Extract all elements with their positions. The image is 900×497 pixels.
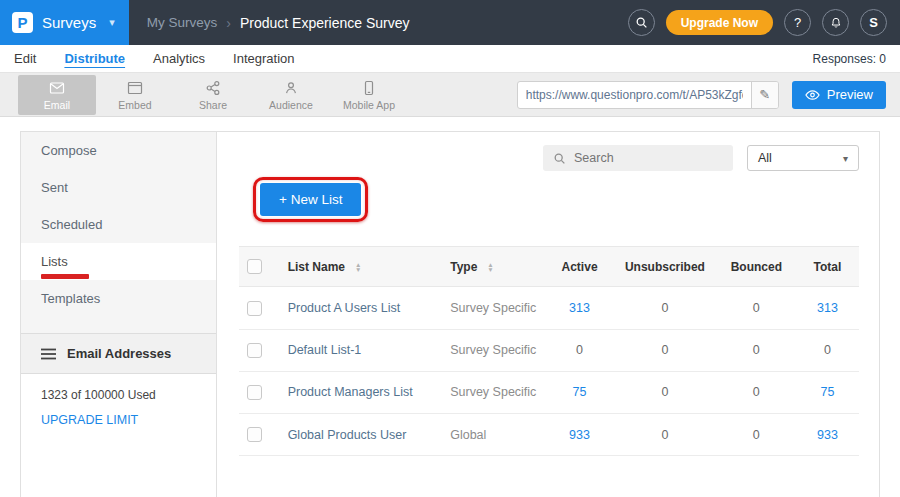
breadcrumb: My Surveys › Product Experience Survey [147,15,410,31]
menu-icon [41,348,56,360]
list-type: Survey Specific [442,329,546,371]
bounced-count: 0 [717,413,796,455]
sidebar-item-label: Sent [41,180,68,195]
active-count-link[interactable]: 933 [546,413,613,455]
unsubscribed-count: 0 [613,413,717,455]
edit-url-button[interactable]: ✎ [751,82,778,108]
unsubscribed-count: 0 [613,287,717,329]
row-checkbox[interactable] [247,301,262,316]
email-addresses-header: Email Addresses [21,333,216,374]
header-actions: Upgrade Now ? S [628,9,900,36]
tool-mobile-app-label: Mobile App [343,99,395,111]
email-addresses-title: Email Addresses [67,346,171,361]
page-title: Product Experience Survey [240,15,410,31]
table-header-row: List Name▲▼ Type▲▼ Active Unsubscribed B… [239,247,859,287]
sidebar-item-label: Lists [41,254,68,269]
row-checkbox-cell [239,413,280,455]
bounced-count: 0 [717,287,796,329]
sidebar-item-label: Templates [41,291,100,306]
list-name-link[interactable]: Global Products User [280,413,443,455]
active-count-link[interactable]: 75 [546,371,613,413]
column-header-list-name[interactable]: List Name▲▼ [280,247,443,287]
tool-share[interactable]: Share [174,75,252,115]
list-type: Survey Specific [442,371,546,413]
row-checkbox[interactable] [247,385,262,400]
column-header-total: Total [796,247,859,287]
app-switcher[interactable]: P Surveys ▾ [0,0,129,45]
audience-icon [282,80,300,96]
tab-analytics[interactable]: Analytics [153,51,205,66]
tool-audience-label: Audience [269,99,313,111]
header-checkbox-cell [239,247,280,287]
search-icon [635,16,648,29]
table-row: Default List-1 Survey Specific 0 0 0 0 [239,329,859,371]
survey-url-group: ✎ [517,81,779,109]
sidebar-bottom: 1323 of 100000 Used UPGRADE LIMIT [21,374,216,497]
avatar[interactable]: S [860,9,887,36]
row-checkbox[interactable] [247,343,262,358]
table-row: Product A Users List Survey Specific 313… [239,287,859,329]
notifications-button[interactable] [822,9,849,36]
sidebar-item-lists[interactable]: Lists [21,243,216,280]
header-search-button[interactable] [628,9,655,36]
help-button[interactable]: ? [784,9,811,36]
tool-mobile-app[interactable]: Mobile App [330,75,408,115]
sidebar-item-templates[interactable]: Templates [21,280,216,317]
tool-audience[interactable]: Audience [252,75,330,115]
tab-edit[interactable]: Edit [14,51,36,66]
total-count-link[interactable]: 313 [796,287,859,329]
upgrade-now-button[interactable]: Upgrade Now [666,10,773,35]
search-row: All ▾ [239,145,859,171]
bounced-count: 0 [717,371,796,413]
tab-integration[interactable]: Integration [233,51,294,66]
tool-email-label: Email [44,99,70,111]
column-header-type[interactable]: Type▲▼ [442,247,546,287]
upgrade-limit-link[interactable]: UPGRADE LIMIT [41,413,138,427]
lists-panel: All ▾ + New List List Name▲▼ [217,132,879,497]
sidebar-item-compose[interactable]: Compose [21,132,216,169]
column-header-unsubscribed: Unsubscribed [613,247,717,287]
list-type: Survey Specific [442,287,546,329]
total-count-link[interactable]: 933 [796,413,859,455]
tool-embed-label: Embed [118,99,151,111]
product-name: Surveys [42,14,96,31]
sidebar-item-label: Compose [41,143,97,158]
toolbar-right: ✎ Preview [517,81,886,109]
preview-label: Preview [827,87,873,102]
row-checkbox[interactable] [247,427,262,442]
list-type: Global [442,413,546,455]
survey-url-input[interactable] [518,88,751,102]
column-header-bounced: Bounced [717,247,796,287]
total-count: 0 [796,329,859,371]
share-icon [204,80,222,96]
total-count-link[interactable]: 75 [796,371,859,413]
list-name-link[interactable]: Product A Users List [280,287,443,329]
preview-button[interactable]: Preview [792,81,886,109]
breadcrumb-my-surveys[interactable]: My Surveys [147,15,218,30]
sidebar-item-sent[interactable]: Sent [21,169,216,206]
column-label: Type [450,260,477,274]
list-search-input[interactable] [574,151,723,165]
sidebar-item-scheduled[interactable]: Scheduled [21,206,216,243]
list-search-box [543,145,733,171]
list-name-link[interactable]: Product Managers List [280,371,443,413]
select-all-checkbox[interactable] [247,259,262,274]
list-name-link[interactable]: Default List-1 [280,329,443,371]
list-filter-dropdown[interactable]: All ▾ [747,145,859,171]
tool-email[interactable]: Email [18,75,96,115]
annotation-red-ring: + New List [253,177,368,222]
table-row: Product Managers List Survey Specific 75… [239,371,859,413]
tab-distribute[interactable]: Distribute [64,51,125,66]
new-list-row: + New List [239,177,859,222]
questionpro-logo: P [12,12,33,33]
tool-share-label: Share [199,99,227,111]
active-count-link[interactable]: 313 [546,287,613,329]
tool-embed[interactable]: Embed [96,75,174,115]
row-checkbox-cell [239,371,280,413]
active-count: 0 [546,329,613,371]
mobile-icon [360,80,378,96]
pencil-icon: ✎ [759,87,770,102]
new-list-button[interactable]: + New List [260,183,361,216]
embed-icon [126,80,144,96]
filter-selected-value: All [758,151,772,165]
